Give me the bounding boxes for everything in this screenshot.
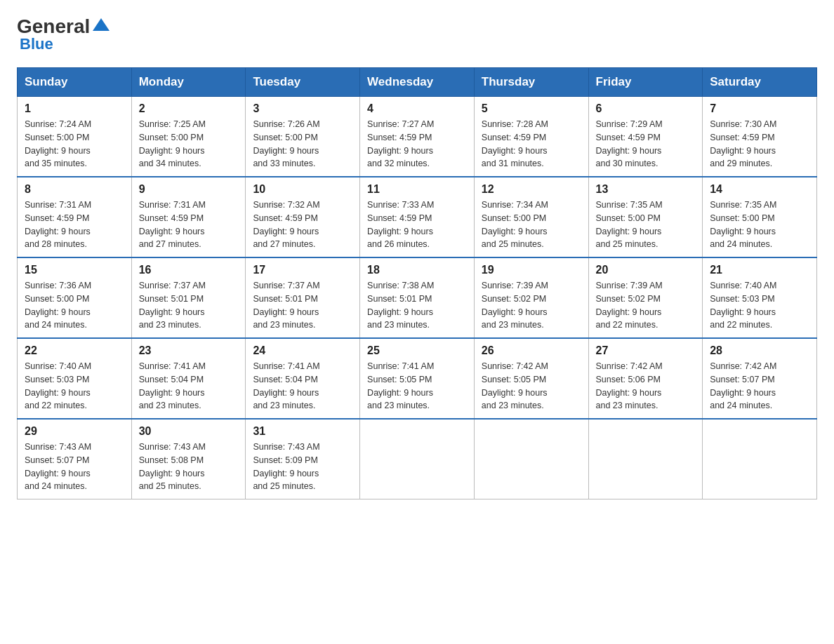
weekday-header-monday: Monday	[131, 68, 246, 97]
calendar-cell: 19Sunrise: 7:39 AMSunset: 5:02 PMDayligh…	[474, 257, 588, 338]
calendar-cell: 5Sunrise: 7:28 AMSunset: 4:59 PMDaylight…	[474, 97, 588, 177]
calendar-cell: 24Sunrise: 7:41 AMSunset: 5:04 PMDayligh…	[246, 338, 360, 419]
weekday-header-friday: Friday	[588, 68, 703, 97]
week-row-5: 29Sunrise: 7:43 AMSunset: 5:07 PMDayligh…	[18, 419, 817, 499]
weekday-header-wednesday: Wednesday	[360, 68, 475, 97]
calendar-cell	[703, 419, 817, 499]
day-number: 15	[25, 264, 124, 276]
day-number: 22	[25, 344, 124, 357]
calendar-cell: 20Sunrise: 7:39 AMSunset: 5:02 PMDayligh…	[588, 257, 703, 338]
day-number: 25	[367, 344, 467, 357]
day-number: 9	[139, 183, 239, 196]
day-number: 13	[596, 183, 696, 196]
day-number: 23	[139, 344, 239, 357]
day-info: Sunrise: 7:31 AMSunset: 4:59 PMDaylight:…	[25, 199, 124, 251]
logo-general-text: General	[17, 17, 90, 36]
day-number: 18	[367, 264, 467, 276]
calendar-cell: 30Sunrise: 7:43 AMSunset: 5:08 PMDayligh…	[131, 419, 246, 499]
day-info: Sunrise: 7:30 AMSunset: 4:59 PMDaylight:…	[710, 118, 809, 170]
week-row-3: 15Sunrise: 7:36 AMSunset: 5:00 PMDayligh…	[18, 257, 817, 338]
calendar-cell: 1Sunrise: 7:24 AMSunset: 5:00 PMDaylight…	[18, 97, 132, 177]
day-number: 14	[710, 183, 809, 196]
calendar-cell: 14Sunrise: 7:35 AMSunset: 5:00 PMDayligh…	[703, 177, 817, 257]
day-number: 6	[596, 102, 696, 115]
day-number: 20	[596, 264, 696, 276]
day-number: 26	[482, 344, 581, 357]
day-info: Sunrise: 7:41 AMSunset: 5:05 PMDaylight:…	[367, 360, 467, 412]
week-row-2: 8Sunrise: 7:31 AMSunset: 4:59 PMDaylight…	[18, 177, 817, 257]
day-number: 5	[482, 102, 581, 115]
calendar-cell	[588, 419, 703, 499]
day-info: Sunrise: 7:43 AMSunset: 5:07 PMDaylight:…	[25, 441, 124, 493]
day-number: 8	[25, 183, 124, 196]
calendar-cell: 3Sunrise: 7:26 AMSunset: 5:00 PMDaylight…	[246, 97, 360, 177]
day-info: Sunrise: 7:25 AMSunset: 5:00 PMDaylight:…	[139, 118, 239, 170]
day-info: Sunrise: 7:40 AMSunset: 5:03 PMDaylight:…	[710, 279, 809, 332]
calendar-cell	[474, 419, 588, 499]
day-info: Sunrise: 7:32 AMSunset: 4:59 PMDaylight:…	[253, 199, 352, 251]
day-info: Sunrise: 7:37 AMSunset: 5:01 PMDaylight:…	[253, 279, 352, 332]
day-number: 7	[710, 102, 809, 115]
day-number: 17	[253, 264, 352, 276]
week-row-1: 1Sunrise: 7:24 AMSunset: 5:00 PMDaylight…	[18, 97, 817, 177]
day-number: 29	[25, 425, 124, 438]
calendar-cell: 10Sunrise: 7:32 AMSunset: 4:59 PMDayligh…	[246, 177, 360, 257]
svg-marker-0	[93, 18, 110, 31]
calendar-table: SundayMondayTuesdayWednesdayThursdayFrid…	[17, 67, 817, 499]
day-info: Sunrise: 7:26 AMSunset: 5:00 PMDaylight:…	[253, 118, 352, 170]
day-info: Sunrise: 7:37 AMSunset: 5:01 PMDaylight:…	[139, 279, 239, 332]
calendar-cell: 12Sunrise: 7:34 AMSunset: 5:00 PMDayligh…	[474, 177, 588, 257]
calendar-cell: 9Sunrise: 7:31 AMSunset: 4:59 PMDaylight…	[131, 177, 246, 257]
logo: General Blue	[17, 17, 111, 53]
day-info: Sunrise: 7:29 AMSunset: 4:59 PMDaylight:…	[596, 118, 696, 170]
calendar-cell: 11Sunrise: 7:33 AMSunset: 4:59 PMDayligh…	[360, 177, 475, 257]
day-number: 16	[139, 264, 239, 276]
day-number: 3	[253, 102, 352, 115]
day-info: Sunrise: 7:43 AMSunset: 5:09 PMDaylight:…	[253, 441, 352, 493]
calendar-cell: 26Sunrise: 7:42 AMSunset: 5:05 PMDayligh…	[474, 338, 588, 419]
day-number: 1	[25, 102, 124, 115]
calendar-cell: 8Sunrise: 7:31 AMSunset: 4:59 PMDaylight…	[18, 177, 132, 257]
day-info: Sunrise: 7:24 AMSunset: 5:00 PMDaylight:…	[25, 118, 124, 170]
day-info: Sunrise: 7:41 AMSunset: 5:04 PMDaylight:…	[139, 360, 239, 412]
calendar-cell: 4Sunrise: 7:27 AMSunset: 4:59 PMDaylight…	[360, 97, 475, 177]
day-number: 21	[710, 264, 809, 276]
day-info: Sunrise: 7:38 AMSunset: 5:01 PMDaylight:…	[367, 279, 467, 332]
calendar-cell: 7Sunrise: 7:30 AMSunset: 4:59 PMDaylight…	[703, 97, 817, 177]
day-info: Sunrise: 7:41 AMSunset: 5:04 PMDaylight:…	[253, 360, 352, 412]
day-info: Sunrise: 7:33 AMSunset: 4:59 PMDaylight:…	[367, 199, 467, 251]
day-info: Sunrise: 7:27 AMSunset: 4:59 PMDaylight:…	[367, 118, 467, 170]
calendar-cell: 27Sunrise: 7:42 AMSunset: 5:06 PMDayligh…	[588, 338, 703, 419]
day-number: 27	[596, 344, 696, 357]
day-number: 19	[482, 264, 581, 276]
day-info: Sunrise: 7:35 AMSunset: 5:00 PMDaylight:…	[596, 199, 696, 251]
day-number: 2	[139, 102, 239, 115]
calendar-cell: 16Sunrise: 7:37 AMSunset: 5:01 PMDayligh…	[131, 257, 246, 338]
day-info: Sunrise: 7:40 AMSunset: 5:03 PMDaylight:…	[25, 360, 124, 412]
calendar-cell: 15Sunrise: 7:36 AMSunset: 5:00 PMDayligh…	[18, 257, 132, 338]
weekday-header-saturday: Saturday	[703, 68, 817, 97]
calendar-cell: 25Sunrise: 7:41 AMSunset: 5:05 PMDayligh…	[360, 338, 475, 419]
calendar-cell: 29Sunrise: 7:43 AMSunset: 5:07 PMDayligh…	[18, 419, 132, 499]
day-info: Sunrise: 7:36 AMSunset: 5:00 PMDaylight:…	[25, 279, 124, 332]
day-info: Sunrise: 7:42 AMSunset: 5:05 PMDaylight:…	[482, 360, 581, 412]
week-row-4: 22Sunrise: 7:40 AMSunset: 5:03 PMDayligh…	[18, 338, 817, 419]
day-info: Sunrise: 7:28 AMSunset: 4:59 PMDaylight:…	[482, 118, 581, 170]
calendar-cell: 22Sunrise: 7:40 AMSunset: 5:03 PMDayligh…	[18, 338, 132, 419]
calendar-cell: 2Sunrise: 7:25 AMSunset: 5:00 PMDaylight…	[131, 97, 246, 177]
calendar-cell: 21Sunrise: 7:40 AMSunset: 5:03 PMDayligh…	[703, 257, 817, 338]
calendar-cell: 6Sunrise: 7:29 AMSunset: 4:59 PMDaylight…	[588, 97, 703, 177]
calendar-cell: 31Sunrise: 7:43 AMSunset: 5:09 PMDayligh…	[246, 419, 360, 499]
logo-triangle-icon	[91, 15, 111, 35]
day-info: Sunrise: 7:42 AMSunset: 5:07 PMDaylight:…	[710, 360, 809, 412]
day-number: 4	[367, 102, 467, 115]
calendar-cell	[360, 419, 475, 499]
day-number: 24	[253, 344, 352, 357]
day-info: Sunrise: 7:31 AMSunset: 4:59 PMDaylight:…	[139, 199, 239, 251]
calendar-cell: 28Sunrise: 7:42 AMSunset: 5:07 PMDayligh…	[703, 338, 817, 419]
weekday-header-thursday: Thursday	[474, 68, 588, 97]
day-number: 10	[253, 183, 352, 196]
calendar-cell: 23Sunrise: 7:41 AMSunset: 5:04 PMDayligh…	[131, 338, 246, 419]
day-info: Sunrise: 7:34 AMSunset: 5:00 PMDaylight:…	[482, 199, 581, 251]
weekday-header-tuesday: Tuesday	[246, 68, 360, 97]
